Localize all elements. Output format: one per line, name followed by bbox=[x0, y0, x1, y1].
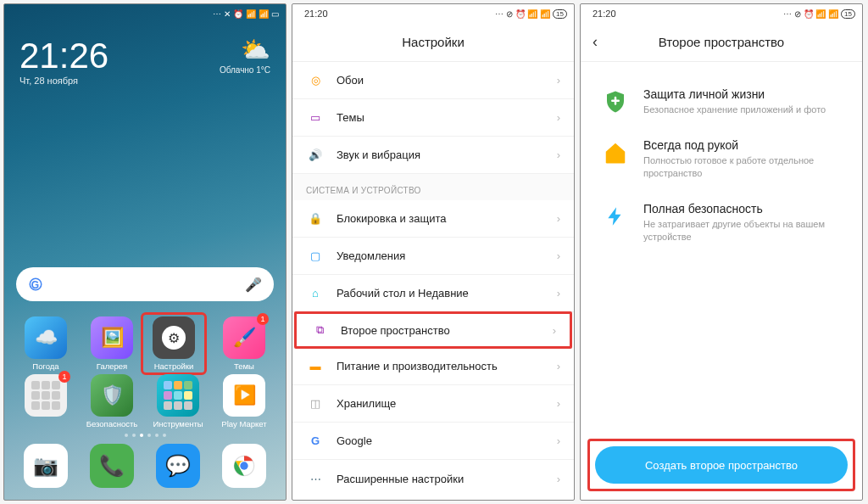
clock-time: 21:26 bbox=[19, 38, 108, 74]
settings-sound[interactable]: 🔊 Звук и вибрация › bbox=[292, 137, 574, 174]
voice-search-icon[interactable]: 🎤 bbox=[245, 277, 262, 293]
cta-highlight: Создать второе пространство bbox=[587, 439, 855, 491]
clock-widget[interactable]: 21:26 Чт, 28 ноября bbox=[19, 38, 108, 86]
phone-settings-list: 21:20 ⋯ ⊘ ⏰ 📶 📶 15 Настройки ◎ Обои › ▭ … bbox=[292, 3, 575, 501]
app-bar: ‹ Второе пространство bbox=[581, 23, 862, 62]
chevron-right-icon: › bbox=[557, 249, 560, 262]
svg-text:G: G bbox=[31, 279, 39, 291]
weather-app-icon: ☁️ bbox=[25, 316, 67, 359]
settings-wallpaper[interactable]: ◎ Обои › bbox=[292, 62, 574, 99]
google-icon: G bbox=[306, 434, 325, 447]
app-bar: Настройки bbox=[292, 23, 574, 62]
features-list: Защита личной жизни Безопасное хранение … bbox=[581, 62, 862, 243]
alarm-icon: ⏰ bbox=[233, 9, 243, 19]
settings-advanced[interactable]: ⋯ Расширенные настройки › bbox=[292, 460, 574, 497]
settings-lock[interactable]: 🔒 Блокировка и защита › bbox=[292, 200, 574, 238]
settings-home-recents[interactable]: ⌂ Рабочий стол и Недавние › bbox=[292, 275, 574, 312]
storage-icon: ◫ bbox=[306, 397, 325, 410]
status-icons: ⋯ ⊘ ⏰ 📶 📶 bbox=[495, 9, 550, 19]
phone-second-space: 21:20 ⋯ ⊘ ⏰ 📶 📶 15 ‹ Второе пространство… bbox=[580, 3, 863, 501]
battery-perf-icon: ▬ bbox=[306, 360, 325, 372]
settings-storage[interactable]: ◫ Хранилище › bbox=[292, 385, 574, 423]
chevron-right-icon: › bbox=[557, 148, 560, 161]
dock-messages[interactable]: 💬 bbox=[156, 444, 200, 488]
chevron-right-icon: › bbox=[557, 111, 560, 124]
battery-icon: 15 bbox=[841, 9, 855, 19]
notifications-icon: ▢ bbox=[306, 249, 325, 262]
clock-date: Чт, 28 ноября bbox=[19, 76, 108, 86]
feature-desc: Не затрагивает другие объекты на вашем у… bbox=[643, 218, 842, 244]
advanced-icon: ⋯ bbox=[306, 473, 325, 485]
second-space-icon: ⧉ bbox=[310, 323, 329, 337]
back-button[interactable]: ‹ bbox=[593, 33, 598, 51]
folder-icon: 1 bbox=[25, 374, 67, 417]
security-icon: 🛡️ bbox=[91, 374, 133, 417]
wallpaper-icon: ◎ bbox=[306, 74, 325, 87]
chevron-right-icon: › bbox=[557, 434, 560, 447]
search-bar[interactable]: G 🎤 bbox=[16, 267, 274, 301]
battery-icon: ▭ bbox=[271, 9, 279, 19]
settings-list: ◎ Обои › ▭ Темы › 🔊 Звук и вибрация › СИ… bbox=[292, 62, 574, 497]
dock-camera[interactable]: 📷 bbox=[24, 444, 68, 488]
settings-google[interactable]: G Google › bbox=[292, 423, 574, 460]
mute-icon: ⋯ ✕ bbox=[213, 9, 231, 19]
chevron-right-icon: › bbox=[557, 473, 560, 485]
app-play-store[interactable]: ▶️ Play Маркет bbox=[211, 374, 277, 428]
wifi-icon: 📶 bbox=[259, 9, 269, 19]
home-icon: ⌂ bbox=[306, 287, 325, 300]
feature-handy: Всегда под рукой Полностью готовое к раб… bbox=[601, 138, 842, 180]
dock: 📷 📞 💬 bbox=[4, 444, 286, 500]
dock-browser[interactable] bbox=[222, 444, 266, 488]
feature-privacy: Защита личной жизни Безопасное хранение … bbox=[601, 87, 842, 116]
app-security[interactable]: 🛡️ Безопасность bbox=[79, 374, 145, 428]
feature-desc: Безопасное хранение приложений и фото bbox=[643, 104, 826, 116]
dock-phone[interactable]: 📞 bbox=[90, 444, 134, 488]
app-gallery[interactable]: 🖼️ Галерея bbox=[79, 316, 145, 371]
page-title: Настройки bbox=[402, 35, 465, 49]
chevron-right-icon: › bbox=[557, 397, 560, 410]
home-icon bbox=[601, 138, 630, 167]
status-bar: 21:20 ⋯ ⊘ ⏰ 📶 📶 15 bbox=[581, 4, 862, 23]
page-title: Второе пространство bbox=[659, 35, 784, 49]
chevron-right-icon: › bbox=[557, 74, 560, 87]
app-folder[interactable]: 1 bbox=[13, 374, 79, 428]
chevron-right-icon: › bbox=[557, 287, 560, 300]
weather-condition: Облачно 1°C bbox=[220, 65, 270, 75]
settings-power[interactable]: ▬ Питание и производительность › bbox=[292, 348, 574, 385]
status-bar: 21:20 ⋯ ⊘ ⏰ 📶 📶 15 bbox=[292, 4, 574, 23]
sound-icon: 🔊 bbox=[306, 148, 325, 161]
weather-widget[interactable]: ⛅ Облачно 1°C bbox=[220, 38, 270, 86]
chevron-right-icon: › bbox=[557, 360, 560, 372]
feature-safety: Полная безопасность Не затрагивает други… bbox=[601, 202, 842, 244]
status-icons: ⋯ ⊘ ⏰ 📶 📶 bbox=[783, 9, 838, 19]
section-header-system: СИСТЕМА И УСТРОЙСТВО bbox=[292, 174, 574, 200]
themes-icon: ▭ bbox=[306, 111, 325, 124]
settings-second-space-highlighted[interactable]: ⧉ Второе пространство › bbox=[294, 311, 572, 349]
settings-icon: ⚙ bbox=[153, 316, 195, 359]
settings-notifications[interactable]: ▢ Уведомления › bbox=[292, 238, 574, 275]
feature-title: Полная безопасность bbox=[643, 202, 842, 216]
feature-title: Защита личной жизни bbox=[643, 87, 826, 101]
play-store-icon: ▶️ bbox=[223, 374, 265, 417]
status-time: 21:20 bbox=[299, 8, 328, 19]
weather-icon: ⛅ bbox=[220, 38, 270, 62]
app-tools-folder[interactable]: Инструменты bbox=[145, 374, 211, 428]
bolt-icon bbox=[601, 202, 630, 231]
status-bar: ⋯ ✕ ⏰ 📶 📶 ▭ bbox=[4, 4, 286, 23]
chevron-right-icon: › bbox=[553, 324, 556, 337]
settings-themes[interactable]: ▭ Темы › bbox=[292, 99, 574, 137]
create-second-space-button[interactable]: Создать второе пространство bbox=[595, 446, 848, 484]
app-themes[interactable]: 🖌️1 Темы bbox=[211, 316, 277, 371]
app-settings-highlighted[interactable]: ⚙ Настройки bbox=[141, 312, 207, 375]
phone-home-screen: ⋯ ✕ ⏰ 📶 📶 ▭ 21:26 Чт, 28 ноября ⛅ Облачн… bbox=[3, 3, 287, 501]
page-indicator bbox=[4, 434, 286, 437]
chevron-right-icon: › bbox=[557, 212, 560, 225]
signal-icon: 📶 bbox=[246, 9, 256, 19]
battery-icon: 15 bbox=[553, 9, 567, 19]
app-weather[interactable]: ☁️ Погода bbox=[13, 316, 79, 371]
shield-plus-icon bbox=[601, 87, 630, 116]
svg-point-3 bbox=[240, 462, 248, 469]
chrome-icon bbox=[232, 454, 256, 478]
gallery-icon: 🖼️ bbox=[91, 316, 133, 359]
feature-desc: Полностью готовое к работе отдельное про… bbox=[643, 154, 842, 180]
